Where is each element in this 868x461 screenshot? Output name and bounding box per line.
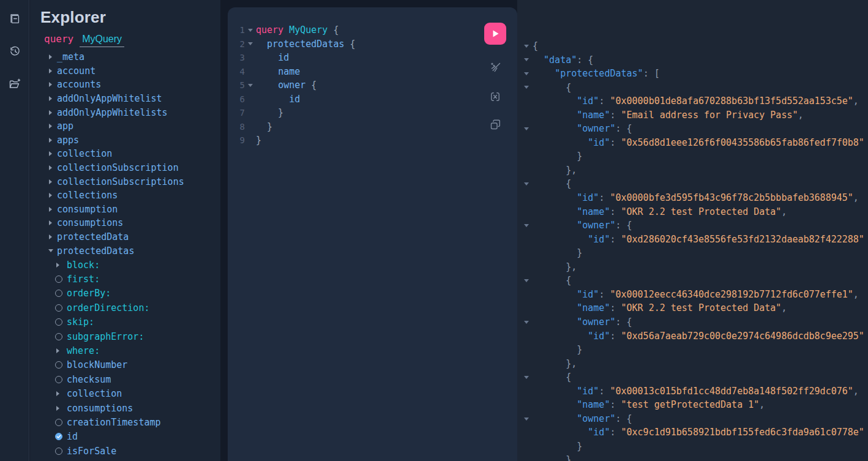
caret-right-icon[interactable] xyxy=(48,82,57,87)
tree-label: _meta xyxy=(57,51,84,62)
merge-fragments-button[interactable] xyxy=(488,89,503,104)
caret-right-icon[interactable] xyxy=(48,96,57,101)
tree-label: collection xyxy=(67,388,122,399)
tree-row-addOnlyAppWhitelists[interactable]: addOnlyAppWhitelists xyxy=(30,105,220,119)
copy-query-button[interactable] xyxy=(488,118,503,132)
tree-row-collectionSubscription[interactable]: collectionSubscription xyxy=(30,161,220,175)
radio-toggle[interactable] xyxy=(55,290,67,297)
explorer-tree: _metaaccountaccountsaddOnlyAppWhitelista… xyxy=(30,50,220,461)
json-text: }, xyxy=(533,163,577,178)
response-line: "id": "0xc9c1d91b658921bdbf155fed6c3fda9… xyxy=(517,425,868,440)
tree-row-block[interactable]: block: xyxy=(30,258,220,272)
tree-row-consumption[interactable]: consumption xyxy=(30,203,220,217)
tree-row-consumptions[interactable]: consumptions xyxy=(30,401,220,415)
fold-toggle-icon[interactable] xyxy=(517,45,533,48)
tree-row-isForSale[interactable]: isForSale xyxy=(30,444,220,458)
json-text: "owner": { xyxy=(533,219,632,233)
radio-toggle[interactable] xyxy=(55,448,67,455)
caret-right-icon[interactable] xyxy=(55,348,67,353)
operation-row: query MyQuery xyxy=(44,33,220,47)
tree-row-skip[interactable]: skip: xyxy=(30,315,220,329)
tree-row-_meta[interactable]: _meta xyxy=(30,50,220,64)
query-editor[interactable]: 1query MyQuery {2 protectedDatas {3 id4 … xyxy=(228,23,473,461)
tree-row-creationTimestamp[interactable]: creationTimestamp xyxy=(30,415,220,429)
tree-row-collection[interactable]: collection xyxy=(30,147,220,161)
radio-toggle[interactable] xyxy=(55,304,67,312)
radio-toggle[interactable] xyxy=(55,361,67,369)
fold-toggle-icon[interactable] xyxy=(517,127,533,130)
fold-toggle-icon[interactable] xyxy=(517,321,533,324)
fold-toggle-icon[interactable] xyxy=(517,58,533,61)
code-text: name xyxy=(256,65,300,79)
caret-right-icon[interactable] xyxy=(48,193,57,198)
tree-row-protectedDatas[interactable]: protectedDatas xyxy=(30,244,220,258)
tree-label: orderDirection: xyxy=(67,302,149,313)
caret-right-icon[interactable] xyxy=(48,165,57,170)
caret-right-icon[interactable] xyxy=(48,138,57,143)
tree-row-id[interactable]: id xyxy=(30,430,220,444)
fold-toggle-icon[interactable] xyxy=(517,86,533,89)
caret-right-icon[interactable] xyxy=(55,263,67,268)
caret-right-icon[interactable] xyxy=(55,391,67,396)
tree-row-accounts[interactable]: accounts xyxy=(30,78,220,92)
tree-row-collections[interactable]: collections xyxy=(30,189,220,203)
editor-line: 5 owner { xyxy=(228,78,473,92)
fold-toggle-icon[interactable] xyxy=(517,418,533,421)
caret-right-icon[interactable] xyxy=(48,69,57,73)
radio-toggle[interactable] xyxy=(55,275,67,283)
tree-row-app[interactable]: app xyxy=(30,119,220,133)
fold-toggle-icon[interactable] xyxy=(245,84,256,87)
json-text: } xyxy=(533,440,582,454)
tree-row-checksum[interactable]: checksum xyxy=(30,372,220,386)
tree-row-consumptions[interactable]: consumptions xyxy=(30,216,220,230)
code-text: } xyxy=(256,120,272,134)
explorer-plugin-button[interactable] xyxy=(5,74,24,94)
tree-row-apps[interactable]: apps xyxy=(30,133,220,148)
caret-right-icon[interactable] xyxy=(55,406,67,411)
json-text: "id": "0xd286020cf43e8556fe53fd2132daeab… xyxy=(533,233,864,247)
tree-row-orderBy[interactable]: orderBy: xyxy=(30,287,220,301)
response-panel[interactable]: { "data": { "protectedDatas": [ { "id": … xyxy=(517,0,868,461)
radio-toggle[interactable] xyxy=(55,376,67,383)
caret-right-icon[interactable] xyxy=(48,110,57,115)
tree-row-account[interactable]: account xyxy=(30,64,220,78)
prettify-button[interactable] xyxy=(488,61,503,75)
fold-toggle-icon[interactable] xyxy=(517,376,533,379)
response-line: "protectedDatas": [ xyxy=(517,67,868,81)
tree-row-blockNumber[interactable]: blockNumber xyxy=(30,358,220,372)
radio-toggle[interactable] xyxy=(55,419,67,426)
caret-right-icon[interactable] xyxy=(48,234,57,239)
tree-row-collection[interactable]: collection xyxy=(30,386,220,400)
fold-toggle-icon[interactable] xyxy=(517,182,533,186)
operation-name-input[interactable]: MyQuery xyxy=(80,34,124,47)
tree-row-subgraphError[interactable]: subgraphError: xyxy=(30,329,220,343)
tree-label: block: xyxy=(67,260,100,271)
history-button[interactable] xyxy=(5,41,24,61)
caret-right-icon[interactable] xyxy=(48,179,57,184)
fold-toggle-icon[interactable] xyxy=(245,29,256,32)
fold-toggle-icon[interactable] xyxy=(517,72,533,75)
tree-row-orderDirection[interactable]: orderDirection: xyxy=(30,301,220,315)
execute-query-button[interactable] xyxy=(484,23,506,45)
tree-row-where[interactable]: where: xyxy=(30,343,220,358)
caret-right-icon[interactable] xyxy=(48,54,57,59)
caret-right-icon[interactable] xyxy=(48,151,57,156)
tree-row-addOnlyAppWhitelist[interactable]: addOnlyAppWhitelist xyxy=(30,92,220,106)
fold-toggle-icon[interactable] xyxy=(517,224,533,227)
caret-right-icon[interactable] xyxy=(48,207,57,212)
caret-right-icon[interactable] xyxy=(48,220,57,225)
editor-line: 6 id xyxy=(228,92,473,107)
tree-label: id xyxy=(67,431,78,442)
docs-button[interactable] xyxy=(5,9,24,28)
fold-toggle-icon[interactable] xyxy=(245,42,256,45)
caret-down-icon[interactable] xyxy=(48,249,57,252)
fold-toggle-icon[interactable] xyxy=(517,279,533,282)
tree-row-first[interactable]: first: xyxy=(30,272,220,286)
radio-toggle[interactable] xyxy=(55,333,67,340)
checked-radio-icon[interactable] xyxy=(55,433,67,440)
radio-toggle[interactable] xyxy=(55,318,67,326)
tree-row-protectedData[interactable]: protectedData xyxy=(30,230,220,244)
copy-icon xyxy=(488,118,503,132)
tree-row-collectionSubscriptions[interactable]: collectionSubscriptions xyxy=(30,174,220,189)
caret-right-icon[interactable] xyxy=(48,124,57,129)
